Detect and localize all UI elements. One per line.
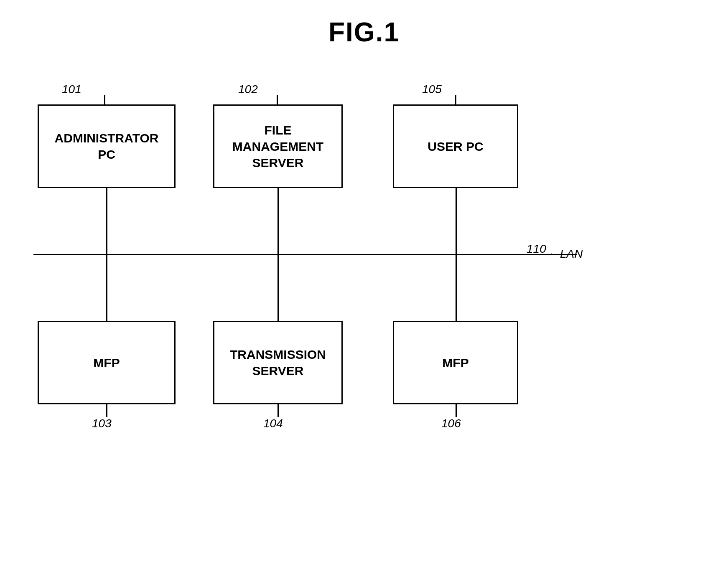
ref-106: 106 (441, 417, 461, 430)
conn-fms-lan (277, 188, 279, 255)
tick-110 (551, 254, 552, 255)
ref-104: 104 (263, 417, 283, 430)
tick-104 (277, 404, 279, 417)
tick-105 (455, 95, 456, 104)
admin-pc-label: ADMINISTRATORPC (55, 130, 159, 162)
user-pc-label: USER PC (428, 138, 483, 155)
lan-line (33, 254, 577, 255)
user-pc-box: USER PC (393, 104, 518, 188)
lan-label: LAN (560, 247, 583, 261)
ref-103: 103 (92, 417, 112, 430)
mfp-left-label: MFP (93, 355, 120, 371)
tick-106 (456, 404, 457, 417)
tick-103 (106, 404, 107, 417)
ref-102: 102 (238, 83, 258, 96)
mfp-right-label: MFP (442, 355, 468, 371)
tick-101 (104, 95, 105, 104)
conn-lan-mfp-right (456, 254, 457, 321)
tick-102 (277, 95, 278, 104)
figure-title: FIG.1 (0, 0, 728, 48)
conn-upc-lan (456, 188, 457, 255)
page: FIG.1 101 ADMINISTRATORPC 102 FILEMANAGE… (0, 0, 728, 566)
conn-lan-trans (277, 254, 279, 321)
mfp-right-box: MFP (393, 321, 518, 404)
transmission-server-box: TRANSMISSIONSERVER (213, 321, 343, 404)
ref-110: 110 (527, 242, 546, 256)
ref-105: 105 (422, 83, 442, 96)
conn-admin-lan (106, 188, 107, 255)
file-mgmt-server-box: FILEMANAGEMENTSERVER (213, 104, 343, 188)
conn-lan-mfp-left (106, 254, 107, 321)
mfp-left-box: MFP (38, 321, 176, 404)
transmission-server-label: TRANSMISSIONSERVER (230, 346, 326, 379)
ref-101: 101 (62, 83, 81, 96)
file-mgmt-server-label: FILEMANAGEMENTSERVER (232, 122, 323, 171)
admin-pc-box: ADMINISTRATORPC (38, 104, 176, 188)
